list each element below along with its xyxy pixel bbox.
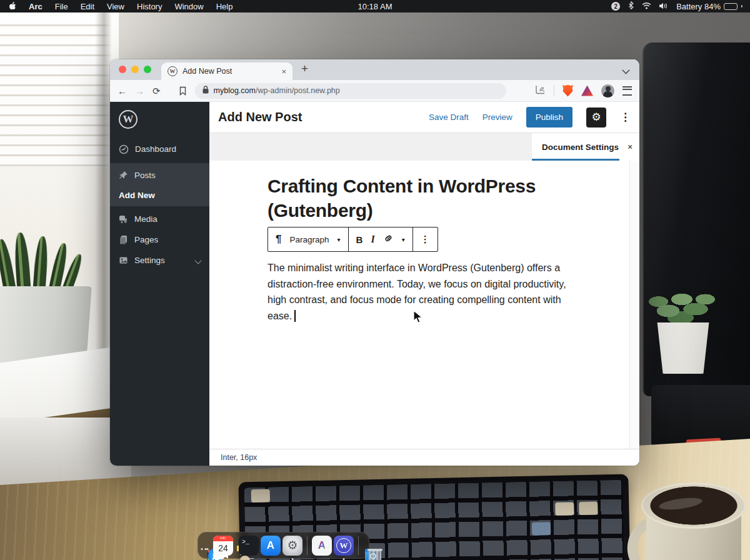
media-icon: [119, 214, 128, 224]
bold-button[interactable]: B: [356, 234, 363, 245]
reload-button[interactable]: ⟳: [152, 86, 161, 96]
editor-main: Add New Post Save Draft Preview Publish …: [209, 102, 639, 466]
arc-dock-icon[interactable]: A: [312, 536, 332, 556]
system-settings-dock-icon[interactable]: ⚙: [282, 536, 302, 556]
browser-menu-icon[interactable]: [622, 86, 632, 96]
menu-help[interactable]: Help: [216, 2, 233, 11]
close-tab-icon[interactable]: ×: [281, 67, 286, 76]
settings-gear-button[interactable]: ⚙: [586, 108, 606, 128]
close-window-button[interactable]: [119, 66, 126, 73]
accent-keycap: [532, 522, 551, 536]
coffee-mug: [636, 482, 746, 560]
browser-tab-active[interactable]: W Add New Post ×: [161, 62, 292, 80]
battery-status[interactable]: Battery 84%: [676, 2, 742, 11]
sidebar-group-posts: Posts Add New: [110, 163, 209, 206]
editor-canvas[interactable]: Crafting Content in WordPress (Gutenberg…: [209, 161, 639, 449]
page-content: W Dashboard Posts Add New Media: [110, 102, 639, 466]
editor-header: Add New Post Save Draft Preview Publish …: [209, 102, 639, 133]
menu-file[interactable]: File: [55, 2, 68, 11]
wifi-icon[interactable]: [642, 2, 651, 11]
minimize-window-button[interactable]: [131, 66, 139, 73]
settings-tab-row: Document Settings ×: [209, 133, 639, 161]
profile-avatar[interactable]: [601, 84, 614, 98]
calendar-day: 24: [218, 541, 228, 556]
publish-button[interactable]: Publish: [526, 107, 572, 128]
mouse-cursor: [413, 310, 424, 326]
sidebar-item-posts[interactable]: Posts: [110, 165, 209, 186]
toolbar-right-cluster: [535, 84, 632, 98]
tab-overview-chevron-icon[interactable]: [622, 66, 629, 74]
paragraph-block[interactable]: The minimalist writing interface in Word…: [268, 260, 580, 324]
url-domain: myblog.com: [214, 86, 256, 95]
menu-app-name[interactable]: Arc: [29, 2, 42, 11]
menu-clock: 10:18 AM: [358, 2, 392, 11]
link-icon[interactable]: [383, 233, 394, 246]
menu-edit[interactable]: Edit: [81, 2, 94, 11]
calendar-dock-icon[interactable]: FRI24: [213, 536, 233, 556]
running-indicator: [207, 548, 209, 550]
canvas-side-rail: [629, 161, 639, 449]
sidebar-item-add-new[interactable]: Add New: [110, 186, 209, 204]
menu-window[interactable]: Window: [174, 2, 203, 11]
save-draft-button[interactable]: Save Draft: [429, 112, 469, 122]
wp-admin-sidebar: W Dashboard Posts Add New Media: [110, 102, 209, 466]
editor-status-bar: Inter, 16px: [209, 449, 639, 466]
format-more-caret-icon[interactable]: ▾: [402, 236, 405, 243]
url-text: myblog.com/wp-admin/post.new.php: [214, 86, 340, 95]
block-type-selector[interactable]: Paragraph: [289, 235, 329, 244]
battery-icon: [724, 3, 738, 10]
new-tab-button[interactable]: +: [301, 62, 308, 76]
appstore-dock-icon[interactable]: A: [261, 536, 281, 556]
address-bar[interactable]: myblog.com/wp-admin/post.new.php: [195, 83, 506, 99]
sidebar-item-label: Media: [134, 214, 158, 224]
forward-button[interactable]: →: [135, 86, 144, 96]
sidebar-item-dashboard[interactable]: Dashboard: [110, 139, 209, 159]
block-type-caret-icon[interactable]: ▾: [338, 236, 341, 243]
wordpress-dock-icon[interactable]: W: [334, 536, 354, 556]
menu-bar: Arc File Edit View History Window Help 1…: [0, 0, 750, 12]
italic-button[interactable]: I: [371, 234, 374, 245]
sidebar-item-label: Posts: [134, 171, 156, 180]
close-settings-icon[interactable]: ×: [628, 142, 632, 152]
page-title: Add New Post: [218, 110, 302, 124]
window-controls: [119, 66, 151, 73]
dock-separator: [307, 536, 308, 555]
url-path: /wp-admin/post.new.php: [256, 86, 340, 95]
document-settings-label: Document Settings: [542, 142, 619, 152]
bat-rewards-icon[interactable]: [581, 86, 593, 96]
notification-badge-icon[interactable]: 2: [611, 2, 620, 11]
brave-shield-icon[interactable]: [562, 85, 573, 97]
reading-list-icon[interactable]: [535, 85, 546, 97]
wordpress-dock-logo: W: [336, 538, 351, 553]
block-options-kebab-icon[interactable]: ⋮: [421, 234, 430, 245]
browser-window: W Add New Post × + ← → ⟳ myblog.com/wp-a…: [110, 59, 639, 466]
zoom-window-button[interactable]: [144, 66, 151, 73]
wordpress-logo-icon[interactable]: W: [119, 110, 138, 129]
terminal-dock-icon[interactable]: >_: [239, 536, 259, 556]
dashboard-icon: [119, 144, 129, 154]
sidebar-item-media[interactable]: Media: [110, 209, 209, 229]
paragraph-icon[interactable]: ¶: [276, 233, 281, 246]
running-indicator: [201, 548, 203, 550]
apple-menu-icon[interactable]: [9, 2, 16, 11]
plant-pot-right: [655, 322, 711, 374]
formatting-group: B I ▾: [348, 228, 412, 251]
more-options-kebab-icon[interactable]: ⋮: [620, 112, 631, 122]
preview-button[interactable]: Preview: [482, 112, 512, 122]
post-title-input[interactable]: Crafting Content in WordPress (Gutenberg…: [268, 174, 583, 222]
bookmark-icon[interactable]: [179, 86, 187, 96]
sidebar-item-settings[interactable]: Settings: [110, 250, 209, 271]
dock-separator: [358, 536, 359, 555]
toolbar-divider: [554, 85, 554, 96]
document-settings-tab[interactable]: Document Settings ×: [532, 133, 639, 161]
calendar-header: FRI: [213, 536, 233, 541]
menu-history[interactable]: History: [137, 2, 162, 11]
desk-speaker: [651, 385, 750, 448]
sidebar-item-pages[interactable]: Pages: [110, 229, 209, 250]
volume-icon[interactable]: [659, 2, 668, 11]
accent-keycap: [555, 502, 574, 516]
back-button[interactable]: ←: [118, 86, 127, 96]
browser-toolbar: ← → ⟳ myblog.com/wp-admin/post.new.php: [110, 80, 639, 102]
menu-view[interactable]: View: [107, 2, 124, 11]
bluetooth-icon[interactable]: [628, 1, 634, 11]
